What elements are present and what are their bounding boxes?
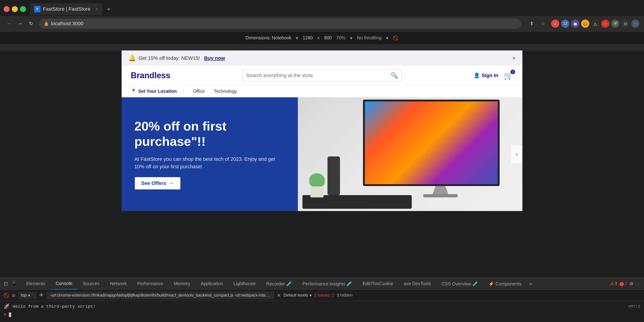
error-count-badge[interactable]: ⬤ 2 xyxy=(620,281,627,286)
tab-axe-devtools[interactable]: axe DevTools xyxy=(399,278,436,290)
tab-performance-insights[interactable]: Performance insights 🧪 xyxy=(298,278,357,290)
throttle-label: No throttling xyxy=(357,35,382,40)
cart-count-badge: 0 xyxy=(510,70,515,74)
zoom-chevron-icon[interactable]: ▾ xyxy=(350,35,352,41)
console-vm-info: VM7:3 xyxy=(628,304,640,309)
monitor-stand xyxy=(432,186,448,194)
warning-count-badge[interactable]: ⚠ 3 xyxy=(610,281,617,286)
search-input[interactable] xyxy=(246,73,388,78)
devtools-extra-icon[interactable]: 🚫 xyxy=(393,35,398,41)
devtools-issues: ⚠ 3 ⬤ 2 ⚙ ⋮ xyxy=(610,281,640,287)
tab-editthiscookie[interactable]: EditThisCookie xyxy=(358,278,398,290)
tab-recorder[interactable]: Recorder 🧪 xyxy=(261,278,297,290)
ext-icon-6[interactable]: 🔴 xyxy=(601,19,610,28)
devtools-mobile-icon[interactable]: 📱 xyxy=(11,281,17,287)
cart-button[interactable]: 🛒 0 xyxy=(504,71,513,80)
search-bar[interactable]: 🔍 xyxy=(242,69,402,81)
buy-now-link[interactable]: Buy now xyxy=(204,55,225,61)
tab-performance[interactable]: Performance xyxy=(132,278,168,290)
store-nav: 📍 Set Your Location Office Technology xyxy=(122,85,522,97)
browser-actions: ⬆ ☆ xyxy=(528,19,548,28)
console-prompt-line[interactable]: > xyxy=(0,312,644,318)
browser-chrome: F FastStore | FastStore × + ← → ↻ 🔒 loca… xyxy=(0,0,644,50)
warning-triangle-icon: ⚠ xyxy=(610,281,614,286)
viewport-width: 1280 xyxy=(303,35,313,40)
minimize-window-button[interactable] xyxy=(12,6,18,12)
arrow-right-icon: → xyxy=(169,180,174,186)
tab-console[interactable]: Console xyxy=(50,278,77,290)
tab-favicon-icon: F xyxy=(34,6,40,12)
console-level-select[interactable]: Default levels ▾ xyxy=(284,293,312,298)
ext-icon-4[interactable]: 🍪 xyxy=(581,19,589,28)
bookmark-button[interactable]: ☆ xyxy=(539,19,548,28)
filter-chevron-icon: ▾ xyxy=(28,293,30,298)
tab-close-button[interactable]: × xyxy=(96,7,98,11)
ext-icon-5[interactable]: △ xyxy=(591,19,599,28)
maximize-window-button[interactable] xyxy=(20,6,26,12)
devtools-toolbar: Dimensions: Notebook ▾ 1280 x 800 70% ▾ … xyxy=(0,31,644,44)
tab-more-button[interactable]: » xyxy=(527,279,535,288)
search-icon[interactable]: 🔍 xyxy=(390,72,398,79)
hero-next-button[interactable]: › xyxy=(511,145,522,163)
console-hidden-count: 3 hidden xyxy=(337,293,352,298)
nav-item-technology[interactable]: Technology xyxy=(214,89,237,94)
nav-location-button[interactable]: 📍 Set Your Location xyxy=(131,88,184,94)
new-tab-button[interactable]: + xyxy=(104,4,114,14)
notification-close-button[interactable]: × xyxy=(512,55,516,61)
back-button[interactable]: ← xyxy=(4,19,14,28)
notification-left: 🔔 Get 15% off today: NEW15! Buy now xyxy=(128,55,225,62)
devtools-left-icons: ⊡ 📱 xyxy=(4,281,17,287)
speaker xyxy=(328,157,340,195)
console-clear-icon[interactable]: 🚫 xyxy=(4,293,9,298)
viewport-height: 800 xyxy=(324,35,332,40)
tab-memory[interactable]: Memory xyxy=(169,278,195,290)
console-clear-filter-icon[interactable]: ✕ xyxy=(277,293,281,298)
ext-icon-8[interactable]: ⊡ xyxy=(621,19,630,28)
plant xyxy=(309,173,325,197)
reload-button[interactable]: ↻ xyxy=(26,19,36,28)
console-issues-count[interactable]: 2 Issues: 2 xyxy=(314,293,334,298)
console-url-filter[interactable]: -url:chrome-extension://fmkadmapgofadopl… xyxy=(46,292,274,299)
monitor-base xyxy=(423,194,458,197)
ext-icon-7[interactable]: 🧩 xyxy=(611,19,620,28)
share-button[interactable]: ⬆ xyxy=(528,19,536,28)
ext-icon-9[interactable]: 👤 xyxy=(631,19,640,28)
sign-in-button[interactable]: 👤 Sign In xyxy=(474,73,498,78)
tab-lighthouse[interactable]: Lighthouse xyxy=(228,278,261,290)
chevron-down-icon[interactable]: ▾ xyxy=(296,35,298,41)
ruler xyxy=(0,44,644,50)
console-message: Hello from a third-party script! xyxy=(12,304,96,309)
devtools-settings-icon[interactable]: ⚙ xyxy=(630,281,634,287)
ext-icon-2[interactable]: 12 xyxy=(561,19,569,28)
tab-css-overview[interactable]: CSS Overview 🧪 xyxy=(436,278,483,290)
location-pin-icon: 📍 xyxy=(131,88,136,94)
tab-network[interactable]: Network xyxy=(105,278,132,290)
browser-tab[interactable]: F FastStore | FastStore × xyxy=(30,3,102,15)
ext-icon-3[interactable]: ◼ xyxy=(571,19,579,28)
tab-elements[interactable]: Elements xyxy=(21,278,50,290)
devtools-inspect-icon[interactable]: ⊡ xyxy=(4,281,8,287)
console-context-filter[interactable]: top ▾ xyxy=(18,292,36,299)
console-filter-icon[interactable]: ⊘ xyxy=(12,293,16,298)
store-header: Brandless 🔍 👤 Sign In 🛒 0 xyxy=(122,66,522,85)
devtools-more-icon[interactable]: ⋮ xyxy=(636,281,640,287)
ext-icon-1[interactable]: J xyxy=(551,19,559,28)
devtools-tabs: ⊡ 📱 Elements Console Sources Network Per… xyxy=(0,278,644,290)
url-bar[interactable]: 🔒 localhost:3000 xyxy=(39,19,521,29)
x-separator: x xyxy=(318,35,320,40)
notification-text: Get 15% off today: NEW15! Buy now xyxy=(138,55,225,61)
tab-sources[interactable]: Sources xyxy=(78,278,104,290)
see-offers-button[interactable]: See Offers → xyxy=(134,177,181,190)
tab-components[interactable]: ⚡ Components xyxy=(484,278,526,290)
hero-title: 20% off on first purchase"!! xyxy=(134,119,285,149)
devtools-tab-actions: ⚠ 3 ⬤ 2 ⚙ ⋮ xyxy=(610,281,640,287)
level-chevron-icon: ▾ xyxy=(310,293,312,298)
monitor-container xyxy=(363,100,518,204)
close-window-button[interactable] xyxy=(4,6,10,12)
console-eye-icon[interactable]: 👁 xyxy=(39,293,44,298)
nav-item-office[interactable]: Office xyxy=(193,89,205,94)
store-logo: Brandless xyxy=(131,71,176,80)
forward-button[interactable]: → xyxy=(16,19,24,28)
tab-application[interactable]: Application xyxy=(196,278,228,290)
throttle-chevron-icon[interactable]: ▾ xyxy=(386,35,388,41)
